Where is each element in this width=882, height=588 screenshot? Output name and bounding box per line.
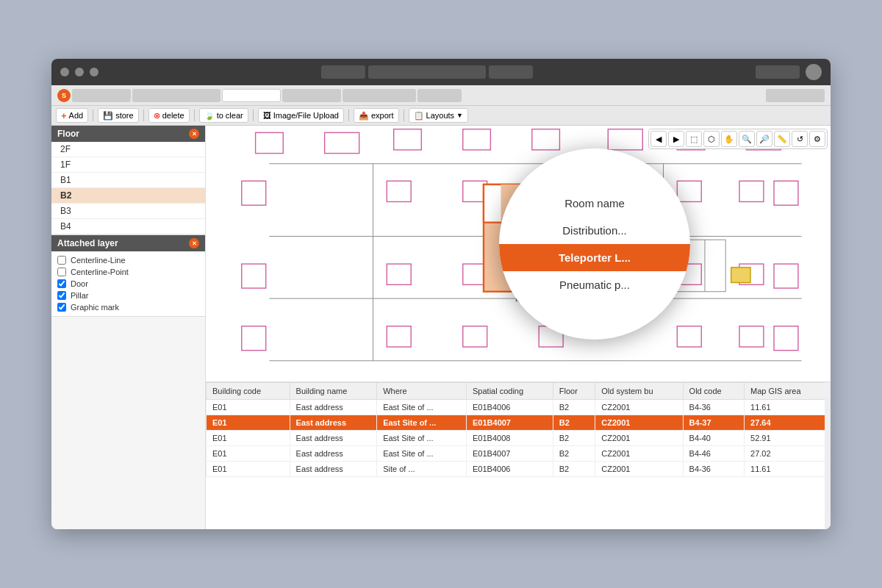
- layer-item-graphic-mark: Graphic mark: [57, 301, 199, 313]
- store-button[interactable]: 💾 store: [98, 108, 138, 123]
- layer-item-door: Door: [57, 278, 199, 290]
- pan-btn[interactable]: ✋: [721, 131, 737, 147]
- col-header: Spatial coding: [467, 383, 553, 400]
- titlebar-dot-3[interactable]: [90, 68, 98, 76]
- menubar: S: [51, 85, 831, 106]
- popup-teleporter[interactable]: Teleporter L...: [499, 244, 690, 271]
- map-area[interactable]: ↖ ◀ ▶ ⬚ ⬡ ✋ 🔍 🔎 📏 ↺ ⚙ Room name: [206, 126, 831, 382]
- layer-label-centerline-point: Centerline-Point: [71, 268, 129, 276]
- zoom-out-btn[interactable]: 🔎: [756, 131, 772, 147]
- table-row[interactable]: E01East addressEast Site of ...E01B4007B…: [207, 415, 831, 431]
- table-cell: East address: [290, 431, 377, 446]
- table-row[interactable]: E01East addressEast Site of ...E01B4006B…: [207, 400, 831, 415]
- col-header: Where: [377, 383, 467, 400]
- layer-checkbox-centerline-line[interactable]: [57, 256, 66, 265]
- floor-close-btn[interactable]: ✕: [189, 129, 199, 139]
- clear-button[interactable]: 🍃 to clear: [199, 108, 248, 123]
- titlebar-dot-2[interactable]: [75, 68, 84, 76]
- layer-label-pillar: Pillar: [71, 291, 88, 300]
- table-cell: E01: [207, 462, 290, 477]
- table-cell: E01B4006: [467, 462, 553, 477]
- floor-item-B4[interactable]: B4: [51, 219, 205, 234]
- table-cell: 11.61: [745, 400, 831, 415]
- layer-checkbox-graphic-mark[interactable]: [57, 303, 66, 312]
- table-cell: East address: [290, 462, 377, 477]
- table-cell: B2: [553, 446, 595, 462]
- table-cell: East Site of ...: [377, 446, 467, 462]
- data-table-container: Building codeBuilding nameWhereSpatial c…: [206, 382, 831, 529]
- measure-btn[interactable]: 📏: [774, 131, 790, 147]
- floor-item-B1[interactable]: B1: [51, 173, 205, 188]
- export-button[interactable]: 📤 export: [354, 108, 399, 123]
- table-cell: B4-36: [683, 400, 744, 415]
- layer-header: Attached layer ✕: [51, 235, 205, 251]
- popup-pneumatic[interactable]: Pneumatic p...: [499, 271, 690, 298]
- floor-item-2F[interactable]: 2F: [51, 142, 205, 157]
- table-cell: East address: [290, 446, 377, 462]
- svg-rect-18: [677, 181, 701, 201]
- table-scrollbar[interactable]: [825, 382, 831, 529]
- next-btn[interactable]: ▶: [668, 131, 684, 147]
- sep3: [194, 110, 195, 121]
- layouts-label: Layouts: [426, 111, 455, 120]
- main-window: S + Add 💾 store ⊗ delete 🍃 to clear: [51, 59, 831, 529]
- table-cell: E01B4008: [467, 431, 553, 446]
- upload-button[interactable]: 🖼 Image/File Upload: [258, 108, 344, 123]
- table-cell: CZ2001: [595, 431, 683, 446]
- layer-checkbox-door[interactable]: [57, 279, 66, 288]
- context-menu-popup: Room name Distribution... Teleporter L..…: [499, 148, 690, 340]
- svg-rect-26: [463, 326, 487, 347]
- table-row[interactable]: E01East addressEast Site of ...E01B4008B…: [207, 431, 831, 446]
- table-cell: B2: [553, 415, 595, 431]
- svg-rect-28: [677, 326, 701, 347]
- layer-label-graphic-mark: Graphic mark: [71, 303, 119, 312]
- app-logo: S: [57, 89, 71, 102]
- table-cell: CZ2001: [595, 446, 683, 462]
- address-bar[interactable]: [222, 89, 281, 102]
- rotate-btn[interactable]: ↺: [792, 131, 808, 147]
- layer-checkbox-pillar[interactable]: [57, 291, 66, 300]
- layer-checkbox-centerline-point[interactable]: [57, 268, 66, 276]
- zoom-in-btn[interactable]: 🔍: [739, 131, 755, 147]
- table-cell: 27.64: [745, 415, 831, 431]
- floor-item-B2[interactable]: B2: [51, 188, 205, 204]
- add-label: Add: [69, 111, 84, 120]
- table-cell: Site of ...: [377, 462, 467, 477]
- table-cell: CZ2001: [595, 462, 683, 477]
- delete-button[interactable]: ⊗ delete: [148, 108, 190, 123]
- prev-btn[interactable]: ◀: [650, 131, 667, 147]
- svg-rect-42: [731, 268, 750, 283]
- svg-rect-9: [242, 264, 266, 288]
- layer-label-centerline-line: Centerline-Line: [71, 256, 126, 265]
- titlebar: [51, 59, 831, 85]
- table-row[interactable]: E01East addressEast Site of ...E01B4007B…: [207, 446, 831, 462]
- table-cell: B4-37: [683, 415, 744, 431]
- settings-btn[interactable]: ⚙: [809, 131, 825, 147]
- table-cell: CZ2001: [595, 400, 683, 415]
- table-cell: East Site of ...: [377, 415, 467, 431]
- layouts-button[interactable]: 📋 Layouts ▼: [409, 108, 468, 123]
- floor-item-B3[interactable]: B3: [51, 204, 205, 219]
- svg-rect-3: [463, 129, 491, 150]
- table-cell: B4-46: [683, 446, 744, 462]
- layer-close-btn[interactable]: ✕: [189, 238, 199, 248]
- select-rect-btn[interactable]: ⬚: [686, 131, 702, 147]
- floor-item-1F[interactable]: 1F: [51, 157, 205, 173]
- popup-room-name[interactable]: Room name: [499, 190, 690, 217]
- floor-header-label: Floor: [57, 129, 79, 139]
- table-cell: B4-36: [683, 462, 744, 477]
- layer-item-pillar: Pillar: [57, 290, 199, 301]
- table-row[interactable]: E01East addressSite of ...E01B4006B2CZ20…: [207, 462, 831, 477]
- select-poly-btn[interactable]: ⬡: [703, 131, 720, 147]
- sep5: [348, 110, 349, 121]
- svg-rect-11: [774, 181, 798, 205]
- floor-list: 2F1FB1B2B3B4: [51, 142, 205, 234]
- table-cell: E01: [207, 400, 290, 415]
- add-button[interactable]: + Add: [56, 108, 88, 123]
- export-label: export: [371, 111, 394, 120]
- titlebar-dot-1[interactable]: [60, 68, 69, 76]
- popup-distribution[interactable]: Distribution...: [499, 217, 690, 244]
- svg-rect-8: [242, 181, 266, 205]
- table-cell: E01B4006: [467, 400, 553, 415]
- layer-section: Attached layer ✕ Centerline-LineCenterli…: [51, 235, 205, 317]
